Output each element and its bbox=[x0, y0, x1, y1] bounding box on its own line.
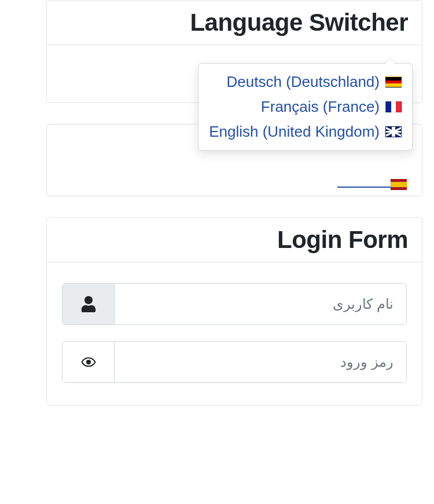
username-addon bbox=[62, 284, 115, 324]
eye-icon bbox=[79, 356, 98, 368]
login-form-card: Login Form bbox=[46, 217, 422, 406]
language-switcher-card: Language Switcher فارس (Iran) Deutsch (D… bbox=[46, 0, 422, 103]
language-option-label: Français (France) bbox=[261, 98, 380, 116]
uk-flag-icon bbox=[385, 126, 402, 137]
language-option-french[interactable]: Français (France) bbox=[209, 94, 402, 119]
language-switcher-title: Language Switcher bbox=[61, 9, 408, 36]
login-form-body bbox=[47, 262, 422, 405]
login-form-header: Login Form bbox=[47, 218, 422, 262]
username-group bbox=[62, 283, 407, 325]
username-input[interactable] bbox=[115, 284, 406, 324]
spain-flag-icon bbox=[391, 179, 407, 190]
language-option-label: Deutsch (Deutschland) bbox=[227, 73, 380, 91]
language-switcher-header: Language Switcher bbox=[47, 1, 422, 45]
password-input[interactable] bbox=[115, 342, 406, 382]
france-flag-icon bbox=[385, 101, 402, 112]
password-group bbox=[62, 341, 407, 383]
user-icon bbox=[81, 296, 96, 312]
language-dropdown: Deutsch (Deutschland) Français (France) … bbox=[198, 63, 413, 151]
language-option-label: English (United Kingdom) bbox=[209, 123, 380, 141]
login-form-title: Login Form bbox=[61, 226, 408, 254]
language-option-german[interactable]: Deutsch (Deutschland) bbox=[209, 70, 402, 94]
show-password-button[interactable] bbox=[62, 342, 115, 382]
language-option-english[interactable]: English (United Kingdom) bbox=[209, 119, 402, 144]
germany-flag-icon bbox=[385, 76, 402, 87]
